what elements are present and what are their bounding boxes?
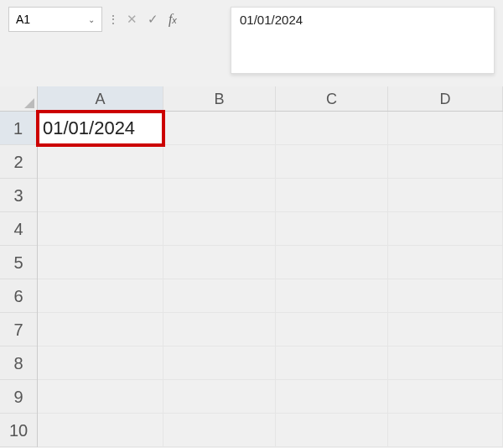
table-row (38, 380, 503, 414)
cell-C3[interactable] (276, 179, 388, 212)
cell-D5[interactable] (388, 246, 503, 279)
cell-A8[interactable] (38, 346, 163, 380)
cell-C5[interactable] (276, 246, 388, 279)
formula-input[interactable]: 01/01/2024 (231, 7, 495, 74)
table-row (38, 313, 503, 346)
row-header-5[interactable]: 5 (0, 246, 37, 279)
cell-B6[interactable] (163, 279, 276, 313)
cell-C9[interactable] (276, 380, 388, 414)
cell-B7[interactable] (163, 313, 276, 346)
cell-D7[interactable] (388, 313, 503, 346)
cell-C10[interactable] (276, 414, 388, 447)
cell-D3[interactable] (388, 179, 503, 212)
cell-A10[interactable] (38, 414, 163, 447)
cell-D4[interactable] (388, 212, 503, 246)
cell-B2[interactable] (163, 145, 276, 179)
row-headers: 12345678910 (0, 112, 38, 447)
fx-icon[interactable]: fx (167, 12, 179, 27)
formula-bar: ⌄ ⋮ ✕ ✓ fx 01/01/2024 (0, 0, 503, 86)
column-headers: ABCD (38, 86, 503, 112)
cell-A1[interactable]: 01/01/2024 (38, 112, 163, 145)
cell-A3[interactable] (38, 179, 163, 212)
cell-C1[interactable] (276, 112, 388, 145)
row-header-10[interactable]: 10 (0, 414, 37, 447)
chevron-down-icon[interactable]: ⌄ (88, 15, 95, 24)
row-header-2[interactable]: 2 (0, 145, 37, 179)
cell-D6[interactable] (388, 279, 503, 313)
row-header-4[interactable]: 4 (0, 212, 37, 246)
cell-B10[interactable] (163, 414, 276, 447)
cell-A9[interactable] (38, 380, 163, 414)
cancel-icon[interactable]: ✕ (125, 12, 139, 27)
cell-D9[interactable] (388, 380, 503, 414)
cell-A6[interactable] (38, 279, 163, 313)
cell-A5[interactable] (38, 246, 163, 279)
cell-B4[interactable] (163, 212, 276, 246)
cell-B1[interactable] (163, 112, 276, 145)
cell-C8[interactable] (276, 346, 388, 380)
select-all-corner[interactable] (0, 86, 38, 112)
row-header-7[interactable]: 7 (0, 313, 37, 346)
row-header-1[interactable]: 1 (0, 112, 38, 145)
column-header-B[interactable]: B (163, 86, 276, 111)
table-row (38, 346, 503, 380)
table-row (38, 279, 503, 313)
cell-C4[interactable] (276, 212, 388, 246)
row-header-3[interactable]: 3 (0, 179, 37, 212)
table-row (38, 414, 503, 447)
table-row (38, 246, 503, 279)
column-header-A[interactable]: A (38, 86, 163, 112)
separator-icon: ⋮ (106, 7, 121, 32)
row-header-6[interactable]: 6 (0, 279, 37, 313)
cell-C7[interactable] (276, 313, 388, 346)
name-box-input[interactable] (16, 13, 75, 26)
cell-D8[interactable] (388, 346, 503, 380)
column-header-D[interactable]: D (388, 86, 503, 111)
cell-B5[interactable] (163, 246, 276, 279)
name-box[interactable]: ⌄ (8, 7, 102, 32)
cell-D2[interactable] (388, 145, 503, 179)
table-row (38, 179, 503, 212)
cell-C6[interactable] (276, 279, 388, 313)
cell-D10[interactable] (388, 414, 503, 447)
table-row (38, 212, 503, 246)
cell-C2[interactable] (276, 145, 388, 179)
cell-B8[interactable] (163, 346, 276, 380)
cell-A4[interactable] (38, 212, 163, 246)
table-row (38, 145, 503, 179)
cell-A7[interactable] (38, 313, 163, 346)
row-header-8[interactable]: 8 (0, 346, 37, 380)
enter-icon[interactable]: ✓ (146, 12, 160, 27)
cells-area[interactable]: 01/01/2024 (38, 112, 503, 447)
table-row: 01/01/2024 (38, 112, 503, 145)
cell-B3[interactable] (163, 179, 276, 212)
cell-A2[interactable] (38, 145, 163, 179)
column-header-C[interactable]: C (276, 86, 388, 111)
row-header-9[interactable]: 9 (0, 380, 37, 414)
cell-D1[interactable] (388, 112, 503, 145)
cell-B9[interactable] (163, 380, 276, 414)
